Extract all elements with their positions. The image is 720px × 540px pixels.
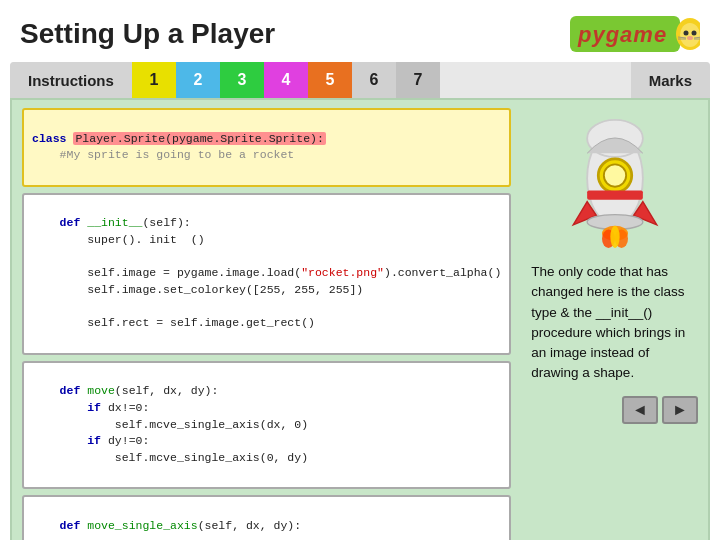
svg-point-21 <box>610 226 619 248</box>
move-single-block: def move_single_axis(self, dx, dy): self… <box>22 495 511 540</box>
move-block: def move(self, dx, dy): if dx!=0: self.m… <box>22 361 511 490</box>
class-def-block: class Player.Sprite(pygame.Sprite.Sprite… <box>22 108 511 187</box>
svg-point-7 <box>692 31 697 36</box>
svg-point-5 <box>680 23 700 47</box>
nav-arrows: ◄ ► <box>622 396 698 424</box>
navigation-bar: Instructions 1 2 3 4 5 6 7 Marks <box>10 62 710 98</box>
nav-numbers: 1 2 3 4 5 6 7 <box>132 62 440 98</box>
svg-point-16 <box>604 164 626 186</box>
nav-num-2[interactable]: 2 <box>176 62 220 98</box>
marks-label: Marks <box>631 62 710 98</box>
code-panel: class Player.Sprite(pygame.Sprite.Sprite… <box>12 100 521 540</box>
nav-num-6[interactable]: 6 <box>352 62 396 98</box>
svg-rect-22 <box>587 190 643 199</box>
right-panel: The only code that has changed here is t… <box>521 100 708 540</box>
page-header: Setting Up a Player pygame <box>0 0 720 62</box>
svg-point-8 <box>687 36 693 40</box>
nav-num-3[interactable]: 3 <box>220 62 264 98</box>
page-title: Setting Up a Player <box>20 18 275 50</box>
nav-num-1[interactable]: 1 <box>132 62 176 98</box>
pygame-logo: pygame <box>570 12 700 56</box>
pygame-logo-svg: pygame <box>570 12 700 56</box>
forward-arrow-button[interactable]: ► <box>662 396 698 424</box>
back-arrow-icon: ◄ <box>632 401 648 419</box>
description-content: The only code that has changed here is t… <box>531 264 685 380</box>
rocket-illustration <box>560 118 670 248</box>
instructions-label: Instructions <box>10 62 132 98</box>
nav-num-4[interactable]: 4 <box>264 62 308 98</box>
main-content: class Player.Sprite(pygame.Sprite.Sprite… <box>10 98 710 540</box>
svg-point-6 <box>684 31 689 36</box>
forward-arrow-icon: ► <box>672 401 688 419</box>
description-text: The only code that has changed here is t… <box>531 262 698 384</box>
init-block: def __init__(self): super(). init () sel… <box>22 193 511 355</box>
back-arrow-button[interactable]: ◄ <box>622 396 658 424</box>
nav-num-7[interactable]: 7 <box>396 62 440 98</box>
nav-num-5[interactable]: 5 <box>308 62 352 98</box>
svg-text:pygame: pygame <box>577 22 667 47</box>
